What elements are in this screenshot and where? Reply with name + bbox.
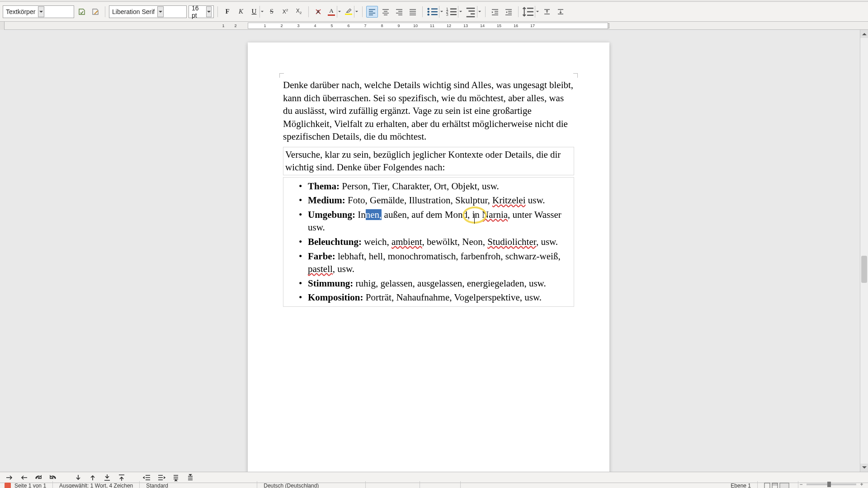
horizontal-ruler[interactable]: 1 2 1 2 3 4 5 6 7 8 9 10 11 12 13 14 15 … bbox=[0, 22, 868, 30]
spellcheck-word[interactable]: Studiolichter bbox=[487, 236, 536, 247]
arrow-up-icon[interactable] bbox=[88, 473, 98, 482]
list-item[interactable]: Thema: Person, Tier, Charakter, Ort, Obj… bbox=[299, 180, 572, 193]
bullet-list-button[interactable] bbox=[426, 6, 443, 18]
underline-button[interactable]: U bbox=[249, 6, 264, 18]
demote-item-icon[interactable] bbox=[156, 473, 166, 482]
font-name-combo[interactable]: Liberation Serif bbox=[109, 5, 187, 18]
bold-button[interactable]: F bbox=[222, 6, 233, 18]
outline-list-button[interactable] bbox=[464, 6, 481, 18]
list-item[interactable]: Farbe: lebhaft, hell, monochromatisch, f… bbox=[299, 250, 572, 276]
list-label: Umgebung: bbox=[308, 209, 355, 220]
align-justify-button[interactable] bbox=[407, 6, 419, 18]
arrow-down-double-icon[interactable] bbox=[102, 473, 112, 482]
status-view-icons[interactable] bbox=[758, 481, 798, 488]
svg-text:3: 3 bbox=[446, 12, 448, 17]
list-text: , bewölkt, Neon, bbox=[422, 236, 488, 247]
paragraph[interactable]: Denke darüber nach, welche Details wicht… bbox=[283, 79, 574, 143]
spellcheck-word[interactable]: ambient bbox=[392, 236, 422, 247]
svg-point-3 bbox=[427, 13, 429, 15]
zoom-slider[interactable]: − + bbox=[798, 481, 864, 488]
align-left-button[interactable] bbox=[366, 6, 378, 18]
table-cell[interactable]: Versuche, klar zu sein, bezüglich jeglic… bbox=[283, 147, 574, 175]
arrow-up-double-icon[interactable] bbox=[117, 473, 127, 482]
font-size-value: 16 pt bbox=[192, 5, 203, 19]
margin-marker-icon bbox=[279, 73, 284, 78]
status-signature[interactable] bbox=[420, 481, 461, 488]
list-item[interactable]: Beleuchtung: weich, ambient, bewölkt, Ne… bbox=[299, 235, 572, 249]
chevron-down-icon[interactable] bbox=[157, 6, 164, 17]
align-center-button[interactable] bbox=[380, 6, 392, 18]
nav-undo-icon[interactable] bbox=[48, 473, 58, 482]
increase-indent-button[interactable] bbox=[489, 6, 501, 18]
new-style-button[interactable] bbox=[90, 6, 101, 18]
increase-spacing-button[interactable] bbox=[541, 6, 553, 18]
promote-item-icon[interactable] bbox=[142, 473, 152, 482]
vertical-scrollbar[interactable] bbox=[860, 30, 868, 472]
text-selection[interactable]: nen, bbox=[366, 209, 382, 220]
superscript-button[interactable]: X2 bbox=[279, 6, 291, 18]
list-item[interactable]: Komposition: Porträt, Nahaufnahme, Vogel… bbox=[299, 291, 572, 304]
status-selection: Ausgewählt: 1 Wort, 4 Zeichen bbox=[53, 481, 140, 488]
paragraph-style-combo[interactable]: Textkörper bbox=[3, 5, 74, 18]
scroll-up-button[interactable] bbox=[860, 30, 868, 38]
nav-back-icon[interactable] bbox=[19, 473, 29, 482]
list-text: ruhig, gelassen, ausgelassen, energiegel… bbox=[353, 278, 546, 289]
list-item[interactable]: Umgebung: Innen, außen, auf dem Mond, in… bbox=[299, 208, 572, 234]
italic-button[interactable]: K bbox=[235, 6, 247, 18]
chevron-down-icon[interactable] bbox=[206, 6, 212, 17]
list-text: , usw. bbox=[333, 263, 354, 274]
svg-text:A: A bbox=[316, 9, 320, 14]
ruler-number: 17 bbox=[530, 23, 535, 28]
ruler-number: 5 bbox=[330, 23, 333, 28]
ruler-number: 10 bbox=[413, 23, 418, 28]
status-bar: Seite 1 von 1 Ausgewählt: 1 Wort, 4 Zeic… bbox=[0, 483, 868, 488]
decrease-indent-button[interactable] bbox=[503, 6, 514, 18]
status-page[interactable]: Seite 1 von 1 bbox=[4, 481, 53, 488]
paragraph[interactable]: Versuche, klar zu sein, bezüglich jeglic… bbox=[285, 149, 561, 173]
page[interactable]: Denke darüber nach, welche Details wicht… bbox=[248, 42, 609, 472]
list-text: In bbox=[355, 209, 366, 220]
ruler-number: 2 bbox=[280, 23, 283, 28]
ruler-number: 9 bbox=[397, 23, 400, 28]
document-body[interactable]: Denke darüber nach, welche Details wicht… bbox=[283, 79, 574, 309]
list-item[interactable]: Medium: Foto, Gemälde, Illustration, Sku… bbox=[299, 194, 572, 207]
ruler-number: 8 bbox=[381, 23, 383, 28]
arrow-down-icon[interactable] bbox=[73, 473, 83, 482]
status-page-style[interactable]: Standard bbox=[140, 481, 257, 488]
subscript-button[interactable]: X2 bbox=[293, 6, 305, 18]
table-cell[interactable]: Thema: Person, Tier, Charakter, Ort, Obj… bbox=[283, 177, 574, 307]
nav-forward-icon[interactable] bbox=[5, 473, 14, 482]
ruler-number: 3 bbox=[297, 23, 299, 28]
clear-formatting-button[interactable]: A bbox=[312, 6, 324, 18]
scroll-thumb[interactable] bbox=[861, 256, 867, 283]
strikethrough-button[interactable]: S bbox=[266, 6, 278, 18]
move-item-down-icon[interactable] bbox=[171, 473, 181, 482]
ruler-number: 15 bbox=[497, 23, 501, 28]
ruler-number: 12 bbox=[447, 23, 451, 28]
line-spacing-button[interactable] bbox=[522, 6, 539, 18]
svg-point-1 bbox=[427, 8, 429, 10]
update-style-button[interactable] bbox=[76, 6, 88, 18]
status-insert-mode[interactable] bbox=[366, 481, 420, 488]
status-layer[interactable]: Ebene 1 bbox=[724, 481, 758, 488]
move-item-up-icon[interactable] bbox=[185, 473, 195, 482]
nav-redo-icon[interactable] bbox=[33, 473, 43, 482]
spellcheck-word[interactable]: Kritzelei bbox=[492, 195, 525, 206]
spellcheck-word[interactable]: Narnia bbox=[482, 209, 508, 220]
ruler-number: 13 bbox=[463, 23, 468, 28]
decrease-spacing-button[interactable] bbox=[555, 6, 566, 18]
chevron-down-icon[interactable] bbox=[38, 6, 44, 17]
numbered-list-button[interactable]: 123 bbox=[445, 6, 462, 18]
status-language[interactable]: Deutsch (Deutschland) bbox=[257, 481, 366, 488]
ruler-number: 1 bbox=[222, 23, 224, 28]
scroll-down-button[interactable] bbox=[860, 464, 868, 472]
align-right-button[interactable] bbox=[393, 6, 405, 18]
spellcheck-word[interactable]: pastell bbox=[308, 263, 333, 274]
list-item[interactable]: Stimmung: ruhig, gelassen, ausgelassen, … bbox=[299, 277, 572, 290]
ruler-number: 11 bbox=[430, 23, 434, 28]
font-size-combo[interactable]: 16 pt bbox=[189, 5, 214, 18]
highlight-color-button[interactable] bbox=[343, 6, 359, 18]
font-color-button[interactable]: A bbox=[326, 6, 341, 18]
list-text: Foto, Gemälde, Illustration, Skulptur, bbox=[345, 195, 492, 206]
document-area[interactable]: Denke darüber nach, welche Details wicht… bbox=[0, 30, 860, 472]
